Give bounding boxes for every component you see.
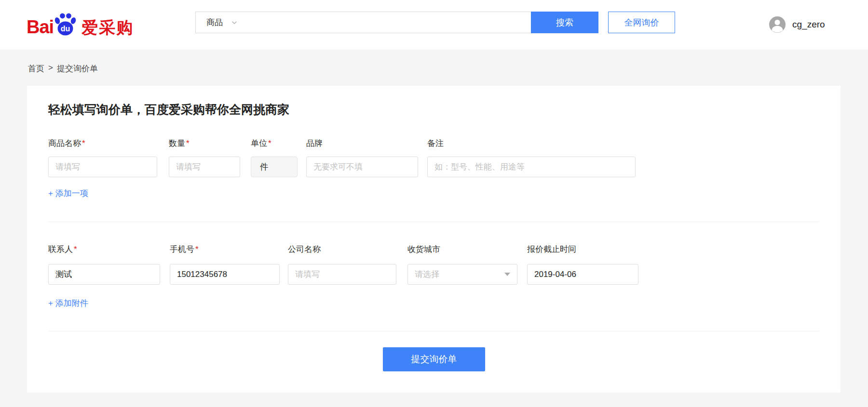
search-button[interactable]: 搜索 — [531, 12, 598, 33]
baidu-paw-icon: du — [53, 12, 78, 39]
quantity-input[interactable] — [169, 157, 240, 177]
page: Bai du 爱采购 商品 搜索 — [0, 0, 868, 407]
company-name-input[interactable] — [288, 264, 396, 285]
quote-deadline-input[interactable] — [527, 264, 638, 285]
global-inquiry-button[interactable]: 全网询价 — [608, 12, 675, 33]
required-asterisk: * — [195, 245, 199, 254]
breadcrumb-separator: > — [48, 63, 53, 74]
section-divider — [48, 331, 819, 331]
brand-input[interactable] — [306, 157, 418, 177]
submit-inquiry-button[interactable]: 提交询价单 — [383, 347, 485, 371]
search-category-label: 商品 — [206, 17, 223, 28]
inquiry-form-card: 轻松填写询价单，百度爱采购帮你全网挑商家 商品名称* 数量* 单位* 品牌 备注… — [27, 86, 841, 393]
user-account[interactable]: cg_zero — [769, 15, 825, 34]
label-delivery-city: 收货城市 — [407, 244, 440, 255]
svg-text:du: du — [61, 25, 70, 33]
label-brand: 品牌 — [306, 138, 324, 149]
delivery-city-placeholder: 请选择 — [415, 269, 439, 280]
person-icon — [769, 16, 786, 33]
search-bar: 商品 — [195, 12, 531, 33]
label-remarks: 备注 — [427, 138, 445, 149]
label-phone-number: 手机号* — [170, 244, 199, 255]
triangle-down-icon — [504, 273, 510, 276]
unit-select[interactable]: 件 — [251, 157, 298, 177]
form-title: 轻松填写询价单，百度爱采购帮你全网挑商家 — [48, 102, 289, 118]
contact-person-input[interactable] — [48, 264, 160, 285]
phone-number-input[interactable] — [170, 264, 280, 285]
label-product-name: 商品名称* — [48, 138, 85, 149]
add-attachment-link[interactable]: + 添加附件 — [48, 298, 88, 309]
logo-bai-text: Bai — [27, 14, 54, 39]
header: Bai du 爱采购 商品 搜索 — [0, 0, 868, 50]
search-category-dropdown[interactable]: 商品 — [196, 17, 249, 28]
add-item-link[interactable]: + 添加一项 — [48, 188, 88, 199]
breadcrumb: 首页 > 提交询价单 — [28, 63, 98, 74]
label-company-name: 公司名称 — [288, 244, 321, 255]
label-contact-person: 联系人* — [48, 244, 77, 255]
breadcrumb-home[interactable]: 首页 — [28, 63, 44, 74]
baidu-b2b-logo[interactable]: Bai du 爱采购 — [27, 11, 134, 39]
required-asterisk: * — [268, 139, 271, 148]
username: cg_zero — [792, 19, 825, 30]
chevron-down-icon — [231, 20, 237, 26]
search-input[interactable] — [249, 12, 531, 33]
section-divider — [48, 222, 819, 222]
breadcrumb-current: 提交询价单 — [57, 63, 98, 74]
logo-brand-text: 爱采购 — [81, 15, 134, 39]
unit-value: 件 — [260, 161, 268, 172]
required-asterisk: * — [186, 139, 190, 148]
label-quote-deadline: 报价截止时间 — [527, 244, 576, 255]
remarks-input[interactable] — [427, 157, 636, 177]
label-unit: 单位* — [251, 138, 271, 149]
label-quantity: 数量* — [169, 138, 190, 149]
required-asterisk: * — [74, 245, 77, 254]
required-asterisk: * — [82, 139, 85, 148]
product-name-input[interactable] — [48, 157, 157, 177]
delivery-city-select[interactable]: 请选择 — [407, 264, 517, 285]
